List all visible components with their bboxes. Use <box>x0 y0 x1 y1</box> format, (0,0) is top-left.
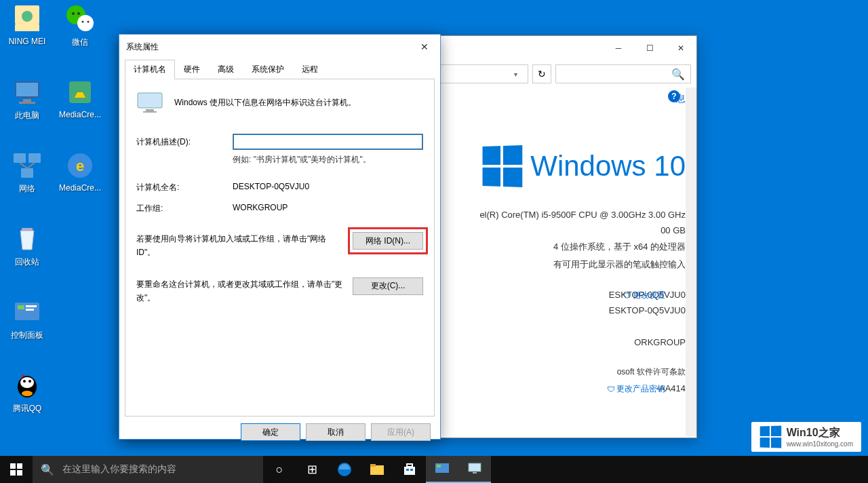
desktop-icon-thispc[interactable]: 此电脑 <box>1 76 53 121</box>
minimize-button[interactable]: ─ <box>603 38 634 58</box>
tab-hardware[interactable]: 硬件 <box>175 60 209 79</box>
svg-rect-44 <box>473 472 477 474</box>
ram-value: 00 GB <box>660 225 686 235</box>
scrollbar[interactable] <box>686 88 696 436</box>
watermark-title: Win10之家 <box>787 426 853 440</box>
fullname-label: 计算机全名: <box>136 182 233 193</box>
ok-button[interactable]: 确定 <box>241 423 300 441</box>
dialog-titlebar[interactable]: 系统属性 ✕ <box>119 35 440 59</box>
change-settings-link[interactable]: 🛡更改设置 <box>623 290 665 301</box>
desktop-icon-wechat[interactable]: 微信 <box>54 3 106 48</box>
svg-point-7 <box>82 21 84 23</box>
svg-point-4 <box>77 15 94 31</box>
refresh-button[interactable]: ↻ <box>532 64 551 83</box>
taskbar-search[interactable]: 🔍 在这里输入你要搜索的内容 <box>33 456 263 483</box>
desktop-icon-label: 回收站 <box>15 256 39 268</box>
taskbar-controlpanel[interactable] <box>426 456 458 483</box>
help-icon[interactable]: ? <box>668 90 680 102</box>
desktop-icon-label: 网络 <box>19 183 35 195</box>
cpu-value: el(R) Core(TM) i5-9500F CPU @ 3.00GHz 3.… <box>479 210 686 220</box>
desktop-icon-label: MediaCre... <box>59 110 101 119</box>
desktop-icon-label: 腾讯QQ <box>13 403 42 414</box>
desktop-icon-mediacre2[interactable]: e MediaCre... <box>54 149 106 193</box>
svg-rect-35 <box>370 465 384 475</box>
svg-text:e: e <box>76 157 84 174</box>
desc-label: 计算机描述(D): <box>136 136 224 148</box>
svg-rect-11 <box>23 99 31 102</box>
svg-rect-31 <box>138 93 162 108</box>
tab-bar: 计算机名 硬件 高级 系统保护 远程 <box>119 59 440 79</box>
taskview-icon[interactable]: ⊞ <box>296 456 328 483</box>
svg-line-18 <box>27 163 35 168</box>
chevron-down-icon[interactable]: ▾ <box>509 71 522 78</box>
workgroup-value: ORKGROUP <box>634 337 686 347</box>
taskbar-sysprops[interactable] <box>458 456 491 483</box>
cortana-icon[interactable]: ○ <box>263 456 296 483</box>
svg-rect-38 <box>407 464 412 467</box>
change-button[interactable]: 更改(C)... <box>353 277 423 295</box>
windows-icon <box>10 463 22 476</box>
cancel-button[interactable]: 取消 <box>306 423 366 441</box>
desktop-icon-network[interactable]: 网络 <box>1 149 53 195</box>
apply-button[interactable]: 应用(A) <box>371 423 431 441</box>
change-text: 要重命名这台计算机，或者更改其域或工作组，请单击"更改"。 <box>136 277 344 305</box>
desktop-icon-user[interactable]: NING MEI <box>1 3 53 46</box>
tab-body: Windows 使用以下信息在网络中标识这台计算机。 计算机描述(D): 例如:… <box>125 79 435 417</box>
tab-protection[interactable]: 系统保护 <box>243 60 293 79</box>
svg-rect-42 <box>437 465 441 467</box>
change-key-link[interactable]: 🛡更改产品密钥 <box>607 383 665 395</box>
svg-point-8 <box>87 21 90 23</box>
desktop-icon-controlpanel[interactable]: 控制面板 <box>1 296 53 341</box>
fullname-value: DESKTOP-0Q5VJU0 <box>233 182 309 193</box>
desc-hint: 例如: "书房计算机"或"美玲的计算机"。 <box>233 154 423 166</box>
svg-rect-24 <box>26 305 37 307</box>
search-input[interactable]: 🔍 <box>555 64 691 83</box>
start-button[interactable] <box>0 456 33 483</box>
close-button[interactable]: ✕ <box>409 36 440 58</box>
tab-remote[interactable]: 远程 <box>293 60 327 79</box>
svg-point-27 <box>20 377 34 388</box>
edge-icon[interactable] <box>328 456 361 483</box>
arch-value: 4 位操作系统，基于 x64 的处理器 <box>553 241 686 253</box>
intro-text: Windows 使用以下信息在网络中标识这台计算机。 <box>174 97 356 109</box>
license-link[interactable]: osoft 软件许可条款 <box>617 366 686 378</box>
search-icon: 🔍 <box>671 68 685 81</box>
svg-rect-2 <box>15 24 39 31</box>
computer-description-input[interactable] <box>233 134 423 150</box>
pcfull-value: ESKTOP-0Q5VJU0 <box>609 305 686 315</box>
svg-rect-14 <box>14 153 26 163</box>
desktop-icon-mediacre1[interactable]: MediaCre... <box>54 76 106 119</box>
svg-rect-22 <box>15 303 39 320</box>
desktop-icon-label: 控制面板 <box>11 330 43 341</box>
search-placeholder: 在这里输入你要搜索的内容 <box>62 463 176 476</box>
watermark-logo-icon <box>760 426 781 448</box>
touch-value: 有可用于此显示器的笔或触控输入 <box>553 258 686 271</box>
store-icon[interactable] <box>393 456 426 483</box>
network-id-button[interactable]: 网络 ID(N)... <box>353 232 423 250</box>
dialog-title: 系统属性 <box>126 41 409 53</box>
svg-rect-39 <box>406 469 409 471</box>
workgroup-label: 工作组: <box>136 203 233 214</box>
netid-text: 若要使用向导将计算机加入域或工作组，请单击"网络 ID"。 <box>136 232 344 260</box>
workgroup-value: WORKGROUP <box>233 203 288 214</box>
svg-point-29 <box>28 380 31 383</box>
svg-point-6 <box>77 12 80 15</box>
svg-rect-43 <box>469 463 481 471</box>
desktop-icon-recyclebin[interactable]: 回收站 <box>1 223 53 268</box>
tab-computername[interactable]: 计算机名 <box>125 60 175 79</box>
svg-point-5 <box>72 12 75 15</box>
svg-rect-23 <box>18 305 24 309</box>
svg-rect-40 <box>410 469 413 471</box>
tab-advanced[interactable]: 高级 <box>209 60 243 79</box>
svg-line-17 <box>20 163 27 168</box>
svg-rect-25 <box>26 309 34 311</box>
maximize-button[interactable]: ☐ <box>634 38 665 58</box>
watermark-url: www.win10xitong.com <box>787 440 853 448</box>
svg-rect-12 <box>19 102 35 104</box>
desktop-icon-qq[interactable]: 腾讯QQ <box>1 369 53 414</box>
svg-rect-16 <box>21 168 33 178</box>
svg-rect-36 <box>370 464 376 467</box>
desktop-icon-label: NING MEI <box>9 37 46 46</box>
close-button[interactable]: ✕ <box>665 38 696 58</box>
explorer-icon[interactable] <box>361 456 393 483</box>
